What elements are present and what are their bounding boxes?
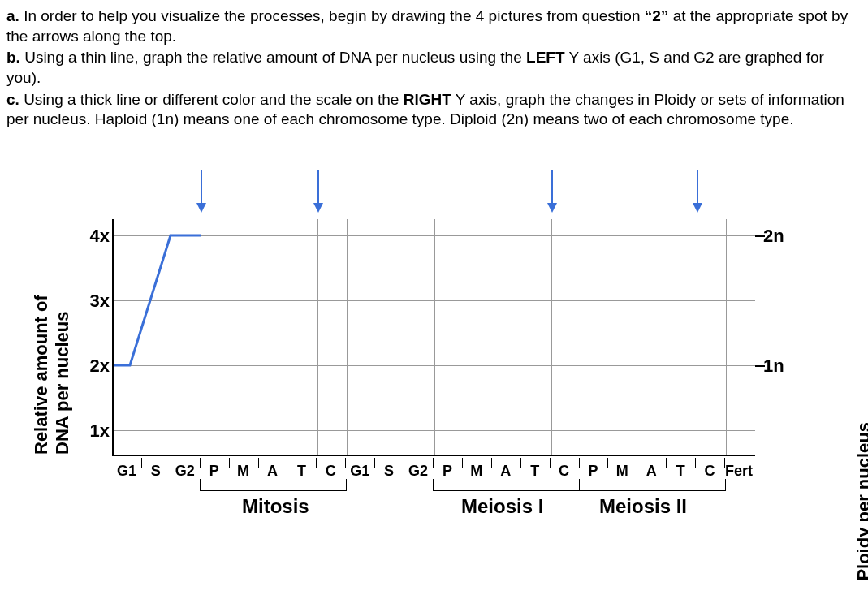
xtick: A [258, 463, 287, 480]
text-a: In order to help you visualize the proce… [19, 7, 645, 24]
ytick-4x: 4x [77, 226, 110, 247]
xtick: G2 [404, 463, 433, 480]
xtick: G1 [112, 463, 141, 480]
xtick: G1 [345, 463, 374, 480]
arrow-icon-2 [317, 170, 319, 211]
label-a: a. [6, 7, 19, 24]
y-axis-right-label: Ploidy per nucleus [853, 422, 868, 581]
bold-a: “2” [645, 7, 669, 24]
ytick-2x: 2x [77, 356, 110, 377]
bold-b: LEFT [526, 49, 565, 66]
instruction-c: c. Using a thick line or different color… [6, 90, 862, 130]
xtick: Fert [724, 463, 754, 480]
xtick: T [287, 463, 316, 480]
label-meiosis1: Meiosis I [461, 495, 543, 518]
bold-c: RIGHT [404, 91, 451, 108]
label-mitosis: Mitosis [242, 495, 309, 518]
ytick-2n: 2n [763, 226, 796, 247]
dna-line [114, 219, 755, 455]
xtick: A [491, 463, 520, 480]
instruction-b: b. Using a thin line, graph the relative… [6, 48, 862, 88]
text-b: Using a thin line, graph the relative am… [20, 49, 526, 66]
xtick: A [637, 463, 666, 480]
plot-area: 4x 3x 2x 1x 2n 1n [112, 219, 755, 456]
instructions-block: a. In order to help you visualize the pr… [6, 6, 862, 130]
label-meiosis2: Meiosis II [599, 495, 687, 518]
ytick-1x: 1x [77, 420, 110, 442]
bracket-mitosis [200, 479, 347, 491]
x-axis-labels: G1 S G2 P M A T C G1 S G2 P M A T C P M … [112, 463, 754, 480]
y-left-line1: Relative amount of [31, 295, 51, 455]
xtick: C [695, 463, 724, 480]
arrow-icon-4 [697, 170, 698, 211]
xtick: S [141, 463, 171, 480]
label-b: b. [6, 49, 20, 66]
xtick: C [316, 463, 345, 480]
xtick: M [229, 463, 258, 480]
xtick: C [550, 463, 579, 480]
xtick: T [666, 463, 695, 480]
xtick: P [200, 463, 229, 480]
text-c: Using a thick line or different color an… [19, 91, 404, 108]
ytick-1n: 1n [763, 356, 796, 377]
arrow-icon-1 [201, 170, 202, 211]
bracket-meiosis2 [579, 479, 726, 491]
figure: Relative amount of DNA per nucleus Ploid… [6, 195, 862, 595]
xtick: M [462, 463, 491, 480]
xtick: P [433, 463, 462, 480]
y-left-line2: DNA per nucleus [52, 295, 73, 455]
xtick: G2 [171, 463, 200, 480]
xtick: P [579, 463, 608, 480]
xtick: T [520, 463, 550, 480]
arrow-icon-3 [551, 170, 553, 211]
ytick-3x: 3x [77, 291, 110, 312]
y-axis-left-label: Relative amount of DNA per nucleus [31, 295, 73, 455]
instruction-a: a. In order to help you visualize the pr… [6, 6, 862, 46]
xtick: M [607, 463, 637, 480]
xtick: S [374, 463, 404, 480]
bracket-meiosis1 [433, 479, 580, 491]
label-c: c. [6, 91, 19, 108]
